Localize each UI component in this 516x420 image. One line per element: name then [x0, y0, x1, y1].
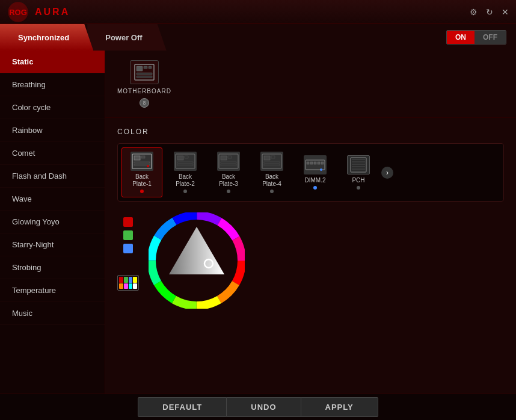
back-plate-1-icon — [131, 152, 153, 171]
apply-button[interactable]: APPLY — [301, 397, 378, 417]
cc-cell-7 — [129, 283, 133, 289]
svg-text:ROG: ROG — [9, 8, 27, 17]
svg-rect-9 — [134, 156, 140, 160]
rog-logo-icon: ROG — [7, 1, 29, 23]
device-section: MOTHERBOARD 8 — [105, 51, 516, 118]
tab-power-off[interactable]: Power Off — [87, 24, 166, 51]
back-plate-2-icon — [174, 152, 197, 171]
comp-back-plate-1[interactable]: BackPlate-1 — [121, 147, 162, 197]
svg-rect-15 — [177, 156, 183, 160]
svg-rect-29 — [306, 160, 325, 170]
custom-color-grid[interactable] — [117, 275, 139, 291]
svg-rect-5 — [149, 66, 152, 69]
svg-rect-33 — [318, 162, 320, 164]
bottom-bar: DEFAULT UNDO APPLY — [0, 394, 516, 420]
swatch-blue[interactable] — [123, 244, 133, 253]
cc-cell-2 — [124, 277, 128, 283]
device-label: MOTHERBOARD — [117, 88, 171, 94]
svg-rect-36 — [351, 158, 366, 172]
comp-back-plate-3[interactable]: BackPlate-3 — [208, 147, 249, 197]
swatch-red[interactable] — [123, 217, 133, 227]
toggle-on-button[interactable]: ON — [447, 31, 475, 44]
svg-rect-7 — [137, 76, 152, 78]
power-toggle-group: ON OFF — [446, 30, 506, 45]
svg-rect-10 — [141, 156, 145, 158]
comp-back-plate-4[interactable]: BackPlate-4 — [251, 147, 292, 197]
cc-cell-8 — [133, 283, 137, 289]
svg-rect-21 — [228, 156, 232, 158]
pch-icon — [347, 155, 370, 174]
sidebar-item-static[interactable]: Static — [0, 51, 105, 73]
undo-button[interactable]: UNDO — [227, 397, 300, 417]
device-motherboard[interactable]: MOTHERBOARD 8 — [117, 60, 171, 108]
color-section: COLOR BackPlate-1 — [105, 118, 516, 394]
titlebar: ROG AURA ⚙ ↻ ✕ — [0, 0, 516, 24]
sidebar-item-strobing[interactable]: Strobing — [0, 256, 105, 279]
svg-rect-34 — [321, 162, 324, 164]
svg-rect-26 — [271, 156, 275, 158]
svg-rect-17 — [177, 162, 193, 163]
close-button[interactable]: ✕ — [502, 7, 509, 17]
svg-rect-25 — [264, 156, 270, 160]
sidebar-item-temperature[interactable]: Temperature — [0, 279, 105, 302]
sidebar-item-glowing-yoyo[interactable]: Glowing Yoyo — [0, 211, 105, 233]
sidebar-item-starry-night[interactable]: Starry-Night — [0, 233, 105, 256]
sidebar-item-color-cycle[interactable]: Color cycle — [0, 96, 105, 119]
settings-button[interactable]: ⚙ — [470, 7, 478, 17]
custom-color-icon — [117, 275, 139, 291]
svg-rect-18 — [177, 164, 193, 165]
color-swatches — [117, 217, 139, 291]
back-plate-4-icon — [260, 152, 283, 171]
sidebar-item-music[interactable]: Music — [0, 302, 105, 325]
motherboard-icon — [130, 60, 159, 84]
comp-dot-4 — [270, 190, 274, 193]
svg-rect-20 — [221, 156, 227, 160]
cc-cell-4 — [133, 277, 137, 283]
default-button[interactable]: DEFAULT — [138, 397, 227, 417]
motherboard-svg — [134, 63, 155, 81]
cc-cell-6 — [124, 283, 128, 289]
svg-rect-16 — [185, 156, 188, 158]
swatch-green[interactable] — [123, 230, 133, 240]
comp-dot-1 — [140, 190, 144, 193]
color-wheel-svg — [149, 212, 245, 309]
tab-synchronized[interactable]: Synchronized — [0, 24, 93, 51]
svg-rect-30 — [307, 162, 309, 164]
sidebar-item-rainbow[interactable]: Rainbow — [0, 119, 105, 142]
color-wheel-container[interactable] — [149, 212, 245, 309]
color-picker-row — [117, 212, 504, 309]
svg-point-35 — [320, 168, 322, 171]
svg-point-13 — [147, 165, 149, 167]
comp-back-plate-2-label: BackPlate-2 — [176, 173, 195, 188]
strip-next-arrow[interactable]: › — [381, 167, 393, 179]
sidebar-item-breathing[interactable]: Breathing — [0, 73, 105, 96]
device-indicator: 8 — [140, 98, 149, 108]
comp-dimm2[interactable]: DIMM.2 — [295, 151, 336, 194]
dimm2-icon — [304, 155, 327, 174]
sidebar-item-flash-and-dash[interactable]: Flash and Dash — [0, 165, 105, 188]
svg-rect-23 — [221, 164, 236, 165]
toggle-off-button[interactable]: OFF — [475, 31, 506, 44]
sidebar-item-wave[interactable]: Wave — [0, 188, 105, 211]
comp-pch[interactable]: PCH — [338, 151, 379, 194]
sidebar-item-comet[interactable]: Comet — [0, 142, 105, 165]
comp-dot-2 — [183, 190, 187, 193]
svg-rect-6 — [137, 73, 152, 75]
comp-dimm2-label: DIMM.2 — [305, 177, 326, 184]
comp-dot-dimm2 — [313, 186, 317, 190]
color-section-label: COLOR — [117, 128, 504, 136]
component-strip: BackPlate-1 BackPlate-2 — [117, 143, 504, 202]
svg-rect-28 — [264, 164, 280, 165]
sidebar: Static Breathing Color cycle Rainbow Com… — [0, 51, 105, 394]
refresh-button[interactable]: ↻ — [486, 7, 493, 17]
tri-white-overlay — [169, 227, 224, 274]
svg-rect-22 — [221, 162, 236, 163]
comp-back-plate-2[interactable]: BackPlate-2 — [165, 147, 206, 197]
svg-rect-11 — [134, 162, 150, 163]
comp-back-plate-4-label: BackPlate-4 — [262, 173, 281, 188]
comp-pch-label: PCH — [352, 177, 364, 184]
back-plate-3-icon — [217, 152, 240, 171]
comp-back-plate-1-label: BackPlate-1 — [132, 173, 152, 188]
main-layout: Static Breathing Color cycle Rainbow Com… — [0, 51, 516, 394]
titlebar-left: ROG AURA — [7, 1, 70, 23]
